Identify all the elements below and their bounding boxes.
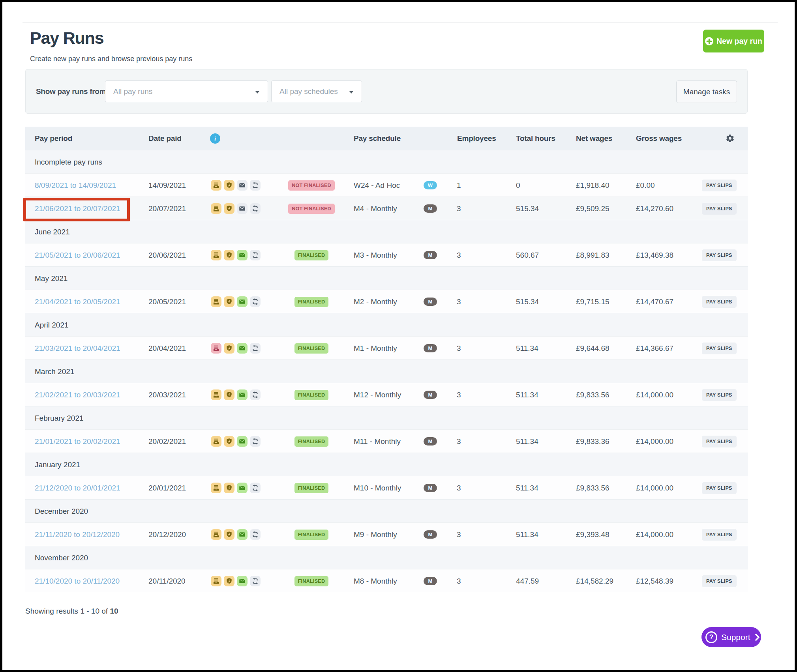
- mail-icon[interactable]: [237, 343, 248, 354]
- pay-period-link[interactable]: 21/10/2020 to 20/11/2020: [35, 569, 120, 593]
- pay-run-row: 8/09/2021 to 14/09/202114/09/2021NOT FIN…: [25, 173, 748, 197]
- mail-icon[interactable]: [237, 483, 248, 493]
- sync-icon[interactable]: [250, 250, 261, 260]
- journal-icon[interactable]: [211, 436, 221, 447]
- journal-icon[interactable]: [211, 180, 221, 191]
- sync-icon[interactable]: [250, 296, 261, 307]
- gear-icon[interactable]: [726, 134, 735, 143]
- journal-icon[interactable]: [211, 343, 221, 354]
- mail-icon[interactable]: [237, 436, 248, 447]
- sync-icon[interactable]: [250, 389, 261, 400]
- pay-schedule-value: M12 - Monthly: [354, 383, 401, 406]
- schedule-frequency-badge: M: [424, 484, 437, 492]
- pay-schedule-value: M3 - Monthly: [354, 243, 397, 267]
- chevron-down-icon: [349, 91, 354, 94]
- sync-icon[interactable]: [250, 180, 261, 191]
- info-icon[interactable]: i: [210, 133, 220, 144]
- mail-icon[interactable]: [237, 576, 248, 586]
- shield-icon[interactable]: [224, 436, 234, 447]
- sync-icon[interactable]: [250, 576, 261, 586]
- group-label: February 2021: [35, 406, 84, 430]
- pay-slips-button[interactable]: PAY SLIPS: [702, 482, 737, 494]
- shield-icon[interactable]: [224, 296, 234, 307]
- journal-icon[interactable]: [211, 576, 221, 586]
- schedule-frequency-cell: M: [424, 476, 437, 500]
- schedule-frequency-badge: M: [424, 251, 437, 259]
- pay-period-link[interactable]: 21/11/2020 to 20/12/2020: [35, 523, 120, 546]
- pay-schedule-value: M8 - Monthly: [354, 569, 397, 593]
- sync-icon[interactable]: [250, 436, 261, 447]
- support-button[interactable]: ? Support: [701, 627, 761, 647]
- pay-slips-button[interactable]: PAY SLIPS: [702, 529, 737, 541]
- pay-period-link[interactable]: 8/09/2021 to 14/09/2021: [35, 174, 116, 197]
- pay-period-link[interactable]: 21/05/2021 to 20/06/2021: [35, 243, 120, 267]
- pay-period-link[interactable]: 21/12/2020 to 20/01/2021: [35, 476, 120, 500]
- date-paid-value: 20/06/2021: [148, 243, 186, 267]
- total-hours-value: 515.34: [516, 290, 539, 313]
- pay-period-link[interactable]: 21/06/2021 to 20/07/2021: [35, 197, 120, 220]
- mail-icon[interactable]: [237, 296, 248, 307]
- pay-period-link[interactable]: 21/02/2021 to 20/03/2021: [35, 383, 120, 406]
- chevron-down-icon: [255, 91, 260, 94]
- pay-slips-button[interactable]: PAY SLIPS: [702, 343, 737, 354]
- date-paid-value: 20/11/2020: [148, 569, 186, 593]
- group-row: Incomplete pay runs: [25, 150, 748, 173]
- total-hours-value: 511.34: [516, 523, 538, 546]
- journal-icon[interactable]: [211, 296, 221, 307]
- mail-icon[interactable]: [237, 250, 248, 260]
- journal-icon[interactable]: [211, 389, 221, 400]
- status-badge: NOT FINALISED: [288, 180, 335, 191]
- pay-period-link[interactable]: 21/01/2021 to 20/02/2021: [35, 430, 120, 453]
- schedule-frequency-cell: W: [424, 174, 437, 197]
- pay-slips-button[interactable]: PAY SLIPS: [702, 180, 737, 191]
- shield-icon[interactable]: [224, 180, 234, 191]
- pay-slips-button[interactable]: PAY SLIPS: [702, 575, 737, 587]
- pay-runs-dropdown-value: All pay runs: [113, 87, 152, 96]
- manage-tasks-button[interactable]: Manage tasks: [676, 80, 737, 103]
- pay-schedules-dropdown[interactable]: All pay schedules: [271, 80, 362, 102]
- net-wages-value: £9,644.68: [576, 337, 609, 360]
- pay-schedule-value: M9 - Monthly: [354, 523, 397, 546]
- shield-icon[interactable]: [224, 576, 234, 586]
- pay-slips-button[interactable]: PAY SLIPS: [702, 389, 737, 401]
- shield-icon[interactable]: [224, 203, 234, 214]
- status-cell: FINALISED: [278, 476, 345, 500]
- shield-icon[interactable]: [224, 483, 234, 493]
- total-hours-value: 511.34: [516, 430, 538, 453]
- results-summary: Showing results 1 - 10 of 10: [25, 607, 118, 616]
- mail-icon[interactable]: [237, 389, 248, 400]
- journal-icon[interactable]: [211, 483, 221, 493]
- pay-slips-button[interactable]: PAY SLIPS: [702, 203, 737, 215]
- shield-icon[interactable]: [224, 250, 234, 260]
- pay-slips-button[interactable]: PAY SLIPS: [702, 249, 737, 261]
- group-label: April 2021: [35, 313, 69, 337]
- journal-icon[interactable]: [211, 203, 221, 214]
- pay-period-link[interactable]: 21/03/2021 to 20/04/2021: [35, 337, 120, 360]
- total-hours-value: 511.34: [516, 337, 538, 360]
- status-cell: FINALISED: [278, 523, 345, 546]
- employees-value: 3: [457, 197, 461, 220]
- mail-icon[interactable]: [237, 203, 248, 214]
- pay-slips-button[interactable]: PAY SLIPS: [702, 296, 737, 308]
- new-pay-run-button[interactable]: New pay run: [703, 30, 764, 52]
- pay-period-link[interactable]: 21/04/2021 to 20/05/2021: [35, 290, 120, 313]
- pay-slips-button[interactable]: PAY SLIPS: [702, 436, 737, 447]
- gross-wages-value: £14,000.00: [636, 383, 673, 406]
- sync-icon[interactable]: [250, 483, 261, 493]
- date-paid-value: 20/05/2021: [148, 290, 186, 313]
- journal-icon[interactable]: [211, 529, 221, 540]
- shield-icon[interactable]: [224, 343, 234, 354]
- schedule-frequency-badge: M: [424, 530, 437, 539]
- sync-icon[interactable]: [250, 203, 261, 214]
- table-body: Incomplete pay runs8/09/2021 to 14/09/20…: [25, 150, 748, 592]
- question-icon: ?: [705, 631, 717, 643]
- mail-icon[interactable]: [237, 180, 248, 191]
- sync-icon[interactable]: [250, 343, 261, 354]
- shield-icon[interactable]: [224, 529, 234, 540]
- journal-icon[interactable]: [211, 250, 221, 260]
- shield-icon[interactable]: [224, 389, 234, 400]
- mail-icon[interactable]: [237, 529, 248, 540]
- status-cell: FINALISED: [278, 383, 345, 406]
- pay-runs-dropdown[interactable]: All pay runs: [105, 80, 268, 102]
- sync-icon[interactable]: [250, 529, 261, 540]
